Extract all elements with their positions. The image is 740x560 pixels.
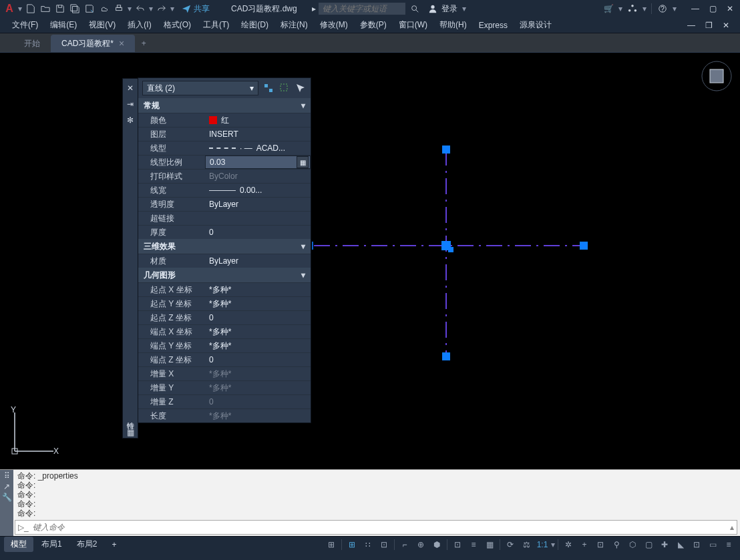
new-icon[interactable] (24, 2, 37, 15)
cmd-settings-icon[interactable]: 🔧 (2, 493, 12, 502)
infer-icon[interactable]: ⊡ (377, 538, 391, 551)
command-input[interactable] (33, 523, 726, 532)
menu-window[interactable]: 窗口(W) (393, 17, 433, 33)
cmd-handle-icon[interactable]: ⠿ (4, 471, 10, 481)
open-icon[interactable] (39, 2, 52, 15)
prop-startz[interactable]: 0 (205, 311, 311, 324)
tab-layout2[interactable]: 布局2 (70, 537, 104, 552)
print-dropdown[interactable]: ▾ (127, 2, 132, 15)
prop-transparency[interactable]: ByLayer (205, 198, 311, 211)
maximize-button[interactable]: ▢ (705, 3, 720, 15)
menu-insert[interactable]: 插入(I) (122, 17, 156, 33)
gear-icon[interactable]: ✲ (561, 538, 576, 551)
toggle-pim-icon[interactable] (262, 82, 274, 94)
tab-add-button[interactable]: + (135, 35, 152, 52)
prop-ltscale[interactable]: 0.03▦ (205, 156, 311, 169)
menu-file[interactable]: 文件(F) (7, 17, 43, 33)
lineweight-icon[interactable]: ≡ (466, 538, 481, 551)
section-general[interactable]: 常规▾ (138, 98, 311, 113)
prop-endz[interactable]: 0 (205, 353, 311, 366)
menu-format[interactable]: 格式(O) (158, 17, 196, 33)
tab-add-layout[interactable]: + (105, 538, 123, 551)
ws-icon[interactable]: ⊡ (593, 538, 608, 551)
menu-help[interactable]: 帮助(H) (434, 17, 472, 33)
iso-clean-icon[interactable]: ◣ (673, 538, 688, 551)
tab-close-icon[interactable]: × (119, 38, 124, 49)
prop-material[interactable]: ByLayer (205, 254, 311, 268)
menu-dimension[interactable]: 标注(N) (275, 17, 313, 33)
viewcube[interactable] (700, 59, 733, 93)
tab-layout1[interactable]: 布局1 (35, 537, 69, 552)
app-menu-dropdown[interactable]: ▾ (17, 2, 23, 15)
menu-yuanquan[interactable]: 源泉设计 (514, 17, 557, 33)
cart-icon[interactable]: 🛒 (602, 2, 615, 15)
section-geometry[interactable]: 几何图形▾ (138, 268, 311, 282)
transparency-icon[interactable]: ▦ (482, 538, 497, 551)
doc-minimize-button[interactable]: — (684, 19, 699, 31)
quick-select-icon[interactable] (279, 82, 291, 94)
grid-icon[interactable]: ⊞ (345, 538, 359, 551)
share-button[interactable]: 共享 (182, 3, 210, 15)
grip-endpoint[interactable] (442, 352, 450, 360)
apps-icon[interactable] (626, 2, 639, 15)
qprops-icon[interactable]: ▢ (641, 538, 656, 551)
doc-close-button[interactable]: ✕ (719, 19, 733, 31)
selection-dropdown[interactable]: 直线 (2)▾ (142, 81, 258, 95)
redo-icon[interactable] (155, 2, 168, 15)
prop-endx[interactable]: *多种* (205, 325, 311, 338)
drawing-area[interactable]: X Y ✕ ⇥ ✻ 特性 ▦ (0, 52, 740, 469)
save-icon[interactable] (53, 2, 67, 15)
lock-ui-icon[interactable]: ✚ (657, 538, 672, 551)
close-button[interactable]: ✕ (723, 3, 737, 15)
cleanscreen-icon[interactable]: ▭ (705, 538, 720, 551)
menu-express[interactable]: Express (474, 19, 513, 32)
redo-dropdown[interactable]: ▾ (170, 2, 175, 15)
search-icon[interactable] (408, 2, 421, 15)
prop-endy[interactable]: *多种* (205, 339, 311, 352)
saveall-icon[interactable] (68, 2, 81, 15)
saveas-icon[interactable] (83, 2, 96, 15)
cmd-expand-icon[interactable]: ▴ (730, 523, 734, 532)
panel-menu-icon[interactable]: ✻ (125, 115, 136, 125)
grip-endpoint[interactable] (442, 146, 450, 154)
prop-layer[interactable]: INSERT (205, 127, 311, 141)
cmd-history-icon[interactable]: ↗ (3, 482, 10, 491)
panel-handle[interactable]: ✕ ⇥ ✻ 特性 ▦ (122, 78, 138, 439)
units-icon[interactable]: ⬡ (625, 538, 640, 551)
hwacc-icon[interactable]: ⊡ (689, 538, 704, 551)
annoscale-icon[interactable]: ⚖ (519, 538, 534, 551)
prop-color[interactable]: 红 (205, 113, 311, 127)
iso-icon[interactable]: ⬢ (429, 538, 444, 551)
pickset-icon[interactable] (295, 82, 307, 94)
cloud-icon[interactable] (98, 2, 111, 15)
tab-active-doc[interactable]: CAD习题教程* × (51, 35, 135, 52)
panel-close-icon[interactable]: ✕ (125, 83, 136, 93)
undo-icon[interactable] (134, 2, 147, 15)
cycling-icon[interactable]: ⟳ (503, 538, 518, 551)
prop-linetype[interactable]: · — ACAD... (205, 142, 311, 155)
search-expand-icon[interactable]: ▸ (312, 4, 316, 13)
tab-start[interactable]: 开始 (13, 35, 51, 52)
scale-label[interactable]: 1:1 (535, 538, 550, 551)
osnap-icon[interactable]: ⊡ (450, 538, 465, 551)
annomon-icon[interactable]: ⚲ (609, 538, 624, 551)
menu-param[interactable]: 参数(P) (355, 17, 392, 33)
prop-hyperlink[interactable] (205, 212, 311, 225)
model-paper-toggle[interactable]: ⊞ (324, 538, 339, 551)
prop-thickness[interactable]: 0 (205, 226, 311, 239)
menu-tools[interactable]: 工具(T) (198, 17, 234, 33)
grip-midpoint[interactable] (448, 247, 453, 252)
snap-icon[interactable]: ∷ (361, 538, 375, 551)
menu-edit[interactable]: 编辑(E) (45, 17, 82, 33)
plus-icon[interactable]: + (577, 538, 592, 551)
help-icon[interactable]: ? (656, 2, 669, 15)
login-button[interactable]: 登录 ▾ (428, 2, 467, 15)
selected-lines[interactable] (314, 150, 594, 365)
prop-lineweight[interactable]: 0.00... (205, 184, 311, 197)
polar-icon[interactable]: ⊕ (413, 538, 428, 551)
menu-modify[interactable]: 修改(M) (315, 17, 353, 33)
print-icon[interactable] (112, 2, 126, 15)
ortho-icon[interactable]: ⌐ (397, 538, 412, 551)
menu-view[interactable]: 视图(V) (83, 17, 121, 33)
minimize-button[interactable]: — (688, 3, 703, 15)
